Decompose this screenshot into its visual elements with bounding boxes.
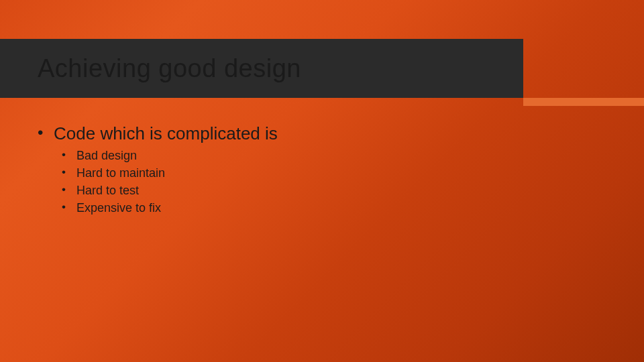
sub-bullet-text: Bad design bbox=[76, 149, 137, 162]
bullet-list-level2: Bad design Hard to maintain Hard to test… bbox=[62, 147, 278, 217]
slide-content: Code which is complicated is Bad design … bbox=[38, 123, 278, 221]
sub-bullet-text: Hard to test bbox=[76, 184, 139, 197]
bullet-main: Code which is complicated is Bad design … bbox=[38, 123, 278, 217]
sub-bullet: Expensive to fix bbox=[62, 199, 278, 217]
sub-bullet: Hard to test bbox=[62, 182, 278, 199]
accent-strip bbox=[523, 98, 644, 106]
sub-bullet: Hard to maintain bbox=[62, 164, 278, 182]
sub-bullet-text: Hard to maintain bbox=[76, 166, 165, 180]
sub-bullet: Bad design bbox=[62, 147, 278, 164]
slide-title: Achieving good design bbox=[38, 54, 301, 83]
bullet-list-level1: Code which is complicated is Bad design … bbox=[38, 123, 278, 217]
sub-bullet-text: Expensive to fix bbox=[76, 201, 161, 215]
bullet-main-text: Code which is complicated is bbox=[54, 123, 278, 143]
title-bar: Achieving good design bbox=[0, 39, 523, 98]
